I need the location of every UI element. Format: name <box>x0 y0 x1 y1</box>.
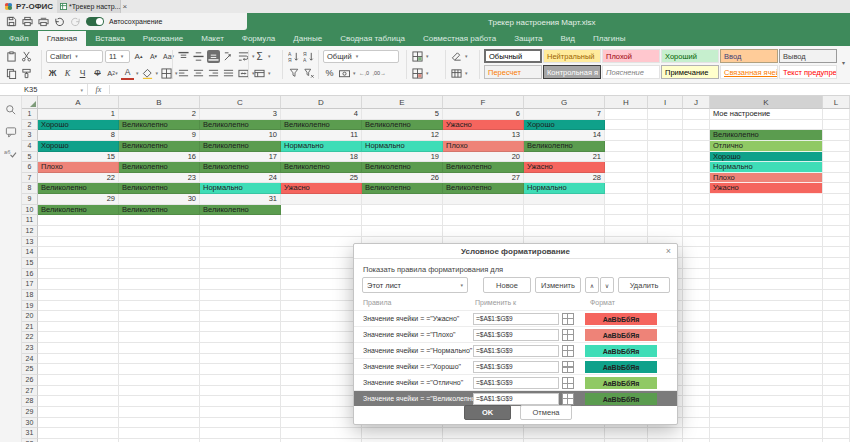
cell-G3[interactable]: 14 <box>524 130 605 141</box>
row-header-1[interactable]: 1 <box>22 109 38 120</box>
quick-print-icon[interactable] <box>38 16 49 27</box>
cell-J5[interactable] <box>683 152 710 163</box>
cell-C26[interactable] <box>200 375 281 386</box>
cell-B23[interactable] <box>119 343 200 354</box>
cell-H1[interactable] <box>605 109 648 120</box>
cell-C2[interactable]: Великолепно <box>200 120 281 131</box>
cell-D29[interactable] <box>281 407 362 418</box>
cell-D11[interactable] <box>281 215 362 226</box>
cell-D12[interactable] <box>281 226 362 237</box>
cell-F7[interactable]: 27 <box>443 173 524 184</box>
cell-D2[interactable]: Великолепно <box>281 120 362 131</box>
cell-A11[interactable] <box>38 215 119 226</box>
cell-B8[interactable]: Великолепно <box>119 183 200 194</box>
row-header-2[interactable]: 2 <box>22 120 38 131</box>
cell-D4[interactable]: Нормально <box>281 141 362 152</box>
sum-icon[interactable]: Σ <box>253 50 266 63</box>
bold-button[interactable]: Ж <box>46 67 59 80</box>
cell-I2[interactable] <box>648 120 683 131</box>
range-select-icon[interactable] <box>562 329 574 341</box>
font-size-select[interactable]: 11▾ <box>105 50 130 63</box>
cell-L12[interactable] <box>823 226 850 237</box>
cell-L13[interactable] <box>823 237 850 248</box>
cell-A8[interactable]: Великолепно <box>38 183 119 194</box>
fill-color-icon[interactable] <box>141 67 154 80</box>
cell-style-swatch[interactable]: Хороший <box>661 49 719 63</box>
rule-range-input[interactable]: =$A$1:$G$9 <box>473 345 559 357</box>
cell-J4[interactable] <box>683 141 710 152</box>
row-header-13[interactable]: 13 <box>22 237 38 248</box>
range-select-icon[interactable] <box>562 377 574 389</box>
cell-C19[interactable] <box>200 301 281 312</box>
cell-A30[interactable] <box>38 418 119 429</box>
cell-B29[interactable] <box>119 407 200 418</box>
cell-J26[interactable] <box>683 375 710 386</box>
cell-A14[interactable] <box>38 247 119 258</box>
cell-B7[interactable]: 23 <box>119 173 200 184</box>
cell-J12[interactable] <box>683 226 710 237</box>
cell-D21[interactable] <box>281 322 362 333</box>
row-header-5[interactable]: 5 <box>22 152 38 163</box>
cell-L20[interactable] <box>823 311 850 322</box>
cell-C22[interactable] <box>200 332 281 343</box>
row-header-11[interactable]: 11 <box>22 215 38 226</box>
cell-B3[interactable]: 9 <box>119 130 200 141</box>
cell-J30[interactable] <box>683 418 710 429</box>
cell-A9[interactable]: 29 <box>38 194 119 205</box>
cell-A23[interactable] <box>38 343 119 354</box>
row-header-24[interactable]: 24 <box>22 354 38 365</box>
column-header-C[interactable]: C <box>200 96 281 109</box>
cut-icon[interactable] <box>20 50 33 63</box>
cell-L29[interactable] <box>823 407 850 418</box>
cell-B15[interactable] <box>119 258 200 269</box>
cell-A24[interactable] <box>38 354 119 365</box>
cell-B24[interactable] <box>119 354 200 365</box>
ribbon-tab-Вставка[interactable]: Вставка <box>86 31 134 46</box>
cell-C29[interactable] <box>200 407 281 418</box>
cell-C4[interactable]: Великолепно <box>200 141 281 152</box>
cell-A1[interactable]: 1 <box>38 109 119 120</box>
align-bottom-icon[interactable] <box>207 50 220 63</box>
ribbon-tab-Рисование[interactable]: Рисование <box>134 31 192 46</box>
cell-C31[interactable] <box>200 428 281 439</box>
cell-I12[interactable] <box>648 226 683 237</box>
cell-L15[interactable] <box>823 258 850 269</box>
cell-K23[interactable] <box>710 343 823 354</box>
close-icon[interactable]: × <box>666 244 671 259</box>
increase-decimal-icon[interactable]: ,00→ <box>373 67 386 80</box>
align-top-icon[interactable] <box>177 50 190 63</box>
orientation-icon[interactable] <box>222 50 235 63</box>
cell-K16[interactable] <box>710 269 823 280</box>
formatting-rule-row[interactable]: Значение ячейки = ="Ужасно"=$A$1:$G$9AaB… <box>354 310 677 326</box>
clear-filter-icon[interactable] <box>302 67 315 80</box>
cell-A20[interactable] <box>38 311 119 322</box>
cell-F3[interactable]: 13 <box>443 130 524 141</box>
cell-L5[interactable] <box>823 152 850 163</box>
row-header-8[interactable]: 8 <box>22 183 38 194</box>
cell-A26[interactable] <box>38 375 119 386</box>
cell-C25[interactable] <box>200 364 281 375</box>
cell-F2[interactable]: Ужасно <box>443 120 524 131</box>
cell-H9[interactable] <box>605 194 648 205</box>
cell-L2[interactable] <box>823 120 850 131</box>
delete-cells-icon[interactable] <box>411 67 424 80</box>
cell-K27[interactable] <box>710 386 823 397</box>
cell-D1[interactable]: 4 <box>281 109 362 120</box>
row-header-19[interactable]: 19 <box>22 301 38 312</box>
cell-B6[interactable]: Великолепно <box>119 162 200 173</box>
cell-K3[interactable]: Великолепно <box>710 130 823 141</box>
cell-D27[interactable] <box>281 386 362 397</box>
cell-B14[interactable] <box>119 247 200 258</box>
cell-J13[interactable] <box>683 237 710 248</box>
cell-B10[interactable]: Великолепно <box>119 205 200 216</box>
cell-H6[interactable] <box>605 162 648 173</box>
cell-style-swatch[interactable]: Нейтральный <box>543 49 601 63</box>
row-header-22[interactable]: 22 <box>22 332 38 343</box>
cell-I4[interactable] <box>648 141 683 152</box>
cell-J15[interactable] <box>683 258 710 269</box>
column-header-G[interactable]: G <box>524 96 605 109</box>
row-header-18[interactable]: 18 <box>22 290 38 301</box>
formatting-rule-row[interactable]: Значение ячейки = ="Нормально"=$A$1:$G$9… <box>354 342 677 358</box>
row-header-21[interactable]: 21 <box>22 322 38 333</box>
search-icon[interactable] <box>5 104 17 116</box>
